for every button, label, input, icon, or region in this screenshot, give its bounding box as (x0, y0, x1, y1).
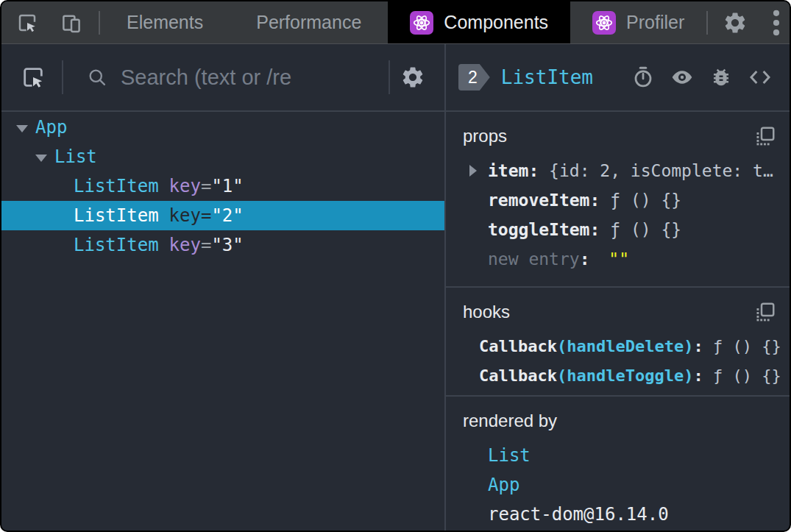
devtools-body: App List ListItem key="1" ListItem key="… (1, 44, 790, 531)
log-to-console-bug-icon[interactable] (710, 66, 732, 88)
selected-component-name: ListItem (501, 66, 632, 88)
attr-equals: = (201, 235, 211, 255)
hook-row-handledelete[interactable]: Callback(handleDelete): ƒ () {} (463, 332, 790, 360)
prop-row-toggleitem[interactable]: toggleItem: ƒ () {} (463, 215, 790, 244)
components-tree-panel: App List ListItem key="1" ListItem key="… (1, 44, 446, 531)
attr-name: key (169, 176, 201, 196)
devtools-tab-bar: Elements Performance Components (1, 1, 790, 44)
hook-callback-name: (handleToggle) (557, 366, 693, 385)
new-entry-value[interactable]: "" (609, 249, 629, 269)
rendered-by-link-app[interactable]: App (488, 470, 790, 500)
tab-profiler[interactable]: Profiler (570, 1, 706, 43)
component-name: List (54, 146, 97, 167)
toolbar-divider (62, 60, 63, 94)
attr-equals: = (201, 205, 211, 226)
view-source-brackets-icon[interactable] (748, 65, 772, 89)
element-id-badge: 2 (458, 64, 490, 91)
key-attribute: key="3" (169, 235, 244, 255)
search-icon (87, 67, 107, 88)
tab-profiler-label: Profiler (626, 12, 684, 33)
component-name: ListItem (74, 235, 159, 255)
attr-name: key (169, 205, 201, 226)
details-header-actions (632, 65, 772, 89)
key-attribute: key="1" (169, 176, 244, 196)
prop-colon: : (528, 161, 549, 180)
devtools-window: Elements Performance Components (0, 0, 791, 532)
suspense-stopwatch-icon[interactable] (632, 66, 654, 88)
prop-name: item (488, 161, 528, 180)
tab-elements[interactable]: Elements (100, 1, 230, 43)
rendered-by-react-dom-version: react-dom@16.14.0 (488, 500, 790, 529)
attr-name: key (169, 235, 201, 255)
hooks-section: hooks (446, 288, 790, 397)
details-header: 2 ListItem (446, 44, 790, 112)
attr-equals: = (201, 176, 211, 196)
tree-row-listitem-3[interactable]: ListItem key="3" (1, 230, 444, 260)
device-toolbar-icon[interactable] (60, 12, 82, 34)
prop-value: ƒ () {} (610, 191, 681, 210)
more-options-kebab-icon[interactable] (773, 10, 780, 36)
select-element-icon[interactable] (21, 65, 46, 90)
hook-colon: : (693, 337, 713, 355)
tree-row-listitem-1[interactable]: ListItem key="1" (1, 171, 444, 201)
hook-name: Callback (479, 366, 557, 385)
prop-colon: : (589, 220, 610, 239)
hook-value: ƒ () {} (713, 337, 781, 355)
expand-prop-arrow-icon[interactable] (469, 165, 477, 177)
react-atom-icon (592, 11, 616, 35)
props-section-title: props (463, 126, 754, 146)
prop-colon: : (580, 249, 600, 269)
attr-value: "1" (211, 176, 243, 196)
component-name: App (35, 117, 67, 138)
hook-colon: : (693, 366, 713, 385)
hook-row-handletoggle[interactable]: Callback(handleToggle): ƒ () {} (463, 361, 790, 389)
rendered-by-section: rendered by List App react-dom@16.14.0 (446, 397, 790, 531)
prop-colon: : (589, 191, 610, 210)
component-tree: App List ListItem key="1" ListItem key="… (1, 112, 444, 260)
prop-row-new-entry[interactable]: new entry: "" (463, 244, 790, 274)
copy-props-icon[interactable] (754, 125, 776, 147)
tree-row-list[interactable]: List (1, 142, 444, 171)
prop-value: ƒ () {} (610, 220, 681, 239)
attr-value: "3" (211, 235, 243, 255)
component-name: ListItem (74, 205, 159, 226)
new-entry-label[interactable]: new entry (488, 249, 580, 269)
tab-components-label: Components (444, 12, 548, 33)
toolbar-divider (389, 60, 390, 94)
prop-row-item[interactable]: item: {id: 2, isComplete: t… (463, 156, 790, 185)
search-input[interactable] (119, 65, 389, 91)
key-attribute: key="2" (169, 205, 244, 226)
inspect-element-icon[interactable] (16, 12, 38, 34)
tree-toolbar (1, 44, 444, 112)
rendered-by-title: rendered by (463, 411, 790, 431)
tree-row-app[interactable]: App (1, 113, 444, 142)
tree-row-listitem-2-selected[interactable]: ListItem key="2" (1, 201, 444, 230)
hook-name: Callback (479, 337, 557, 355)
props-section: props (446, 112, 790, 288)
component-name: ListItem (74, 176, 159, 196)
rendered-by-link-list[interactable]: List (488, 441, 790, 470)
tree-settings-gear-icon[interactable] (400, 65, 425, 90)
prop-value: {id: 2, isComplete: t… (549, 161, 773, 180)
topbar-right-controls (706, 1, 791, 43)
inspect-dom-eye-icon[interactable] (670, 65, 694, 89)
hooks-section-title: hooks (463, 302, 754, 322)
expand-arrow-icon[interactable] (16, 125, 28, 132)
react-atom-icon (410, 11, 433, 35)
prop-name: removeItem (488, 191, 589, 210)
toolbar-divider (706, 11, 708, 35)
prop-row-removeitem[interactable]: removeItem: ƒ () {} (463, 185, 790, 215)
hook-value: ƒ () {} (713, 366, 781, 385)
tab-performance[interactable]: Performance (230, 1, 388, 43)
component-details-panel: 2 ListItem (446, 44, 790, 531)
tab-components[interactable]: Components (388, 1, 570, 43)
attr-value: "2" (211, 205, 243, 226)
hook-callback-name: (handleDelete) (557, 337, 693, 355)
expand-arrow-icon[interactable] (35, 155, 47, 162)
prop-name: toggleItem (488, 220, 589, 239)
copy-hooks-icon[interactable] (754, 301, 776, 323)
settings-gear-icon[interactable] (723, 10, 748, 35)
